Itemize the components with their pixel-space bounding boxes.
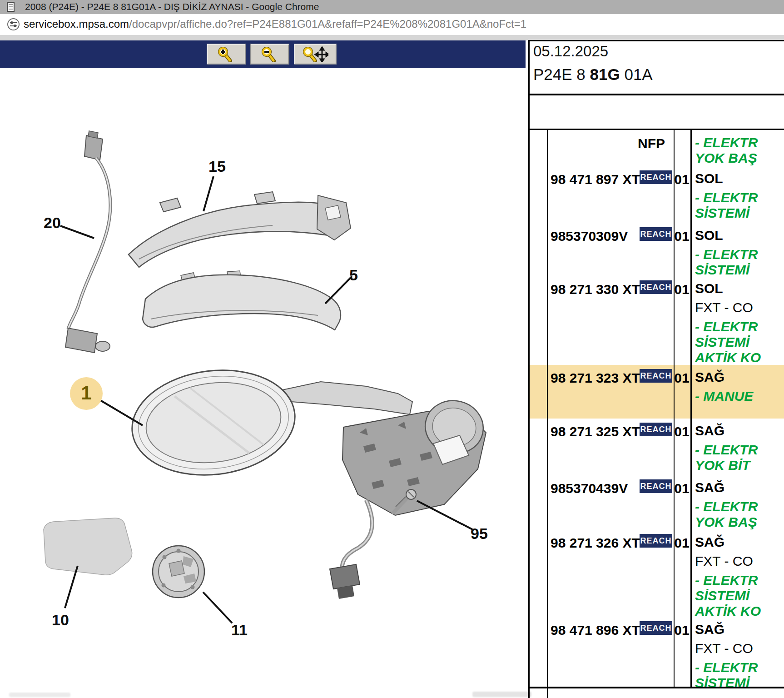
zoom-pan-icon — [302, 46, 328, 62]
table-divider-index — [547, 130, 548, 698]
header-box-border-top — [528, 40, 784, 41]
note-line: SİSTEMİ — [695, 263, 749, 277]
qty-cell: 01 — [673, 535, 690, 551]
zoom-pan-button[interactable] — [294, 44, 337, 65]
part-label-11: 11 — [231, 621, 248, 639]
reach-badge[interactable]: REACH — [640, 621, 672, 635]
part-number: 98 271 330 XT — [551, 282, 640, 297]
reach-badge[interactable]: REACH — [640, 423, 672, 436]
reference-suffix: 01A — [620, 65, 653, 83]
note-line: SİSTEMİ — [695, 206, 749, 220]
reach-badge[interactable]: REACH — [640, 369, 672, 383]
table-border-top — [528, 129, 784, 130]
url-text: servicebox.mpsa.com/docapvpr/affiche.do?… — [24, 18, 526, 30]
mirror-actuator-art — [153, 546, 204, 598]
qty-cell: 01 — [673, 424, 690, 439]
address-bar[interactable]: servicebox.mpsa.com/docapvpr/affiche.do?… — [0, 14, 784, 35]
desc-line: FXT - CO — [695, 554, 753, 568]
part-number: 98 471 896 XT — [551, 623, 640, 638]
table-divider-qty — [674, 130, 675, 687]
desc-line: FXT - CO — [695, 642, 753, 655]
zoom-out-icon — [260, 46, 280, 62]
note-line: - ELEKTR — [695, 320, 758, 334]
table-border-bottom — [528, 687, 784, 688]
note-line: YOK BAŞ — [695, 515, 757, 529]
document-reference: P24E 8 81G 01A — [533, 65, 653, 84]
note-line: - ELEKTR — [695, 248, 758, 261]
mirror-exploded-diagram — [0, 0, 526, 698]
part-number: 98 471 897 XT — [551, 172, 640, 187]
qty-cell: 01 — [673, 282, 690, 297]
site-info-icon[interactable] — [7, 18, 20, 30]
note-line: SİSTEMİ — [695, 335, 749, 349]
part-number: 985370309V — [551, 229, 628, 244]
desc-line: SOL — [695, 229, 723, 242]
part-label-15: 15 — [208, 158, 226, 175]
part-label-5: 5 — [349, 266, 358, 284]
note-line: AKTİK KO — [695, 604, 761, 618]
zoom-out-button[interactable] — [250, 44, 289, 65]
note-line: YOK BİT — [695, 459, 750, 472]
part-label-1: 1 — [70, 377, 103, 410]
viewer-toolbar — [0, 40, 526, 68]
part-label-20: 20 — [44, 214, 61, 232]
desc-line: SAĞ — [695, 623, 724, 636]
part-number: 985370439V — [551, 481, 628, 496]
desc-line: SAĞ — [695, 370, 724, 384]
note-line: - ELEKTR — [695, 661, 758, 674]
qty-cell: 01 — [673, 229, 690, 244]
part-label-10: 10 — [52, 611, 69, 629]
turn-signal-lamp-art — [129, 192, 351, 267]
reach-badge[interactable]: REACH — [640, 227, 672, 241]
note-line: - ELEKTR — [695, 443, 758, 457]
mirror-cap-art — [143, 271, 341, 330]
desc-line: SAĞ — [695, 424, 724, 438]
panel-border-left — [528, 40, 530, 698]
desc-line: FXT - CO — [695, 301, 753, 314]
window-titlebar: 2008 (P24E) - P24E 8 81G01A - DIŞ DİKİZ … — [0, 0, 784, 15]
window-title: 2008 (P24E) - P24E 8 81G01A - DIŞ DİKİZ … — [25, 1, 319, 12]
url-path: /docapvpr/affiche.do?ref=P24E881G01A&ref… — [129, 18, 526, 30]
document-date: 05.12.2025 — [533, 43, 608, 60]
table-divider-desc — [690, 130, 692, 687]
note-line: AKTİK KO — [695, 351, 761, 364]
desc-line: SAĞ — [695, 481, 724, 494]
part-number: 98 271 325 XT — [551, 424, 640, 439]
part-label-95: 95 — [471, 525, 488, 543]
header-box-border-bottom — [528, 94, 784, 95]
note-line: - MANUE — [695, 389, 753, 403]
zoom-in-icon — [216, 46, 236, 62]
desc-line: SOL — [695, 172, 723, 185]
zoom-in-button[interactable] — [207, 44, 246, 65]
document-icon — [7, 2, 15, 12]
cutoff-artifact — [9, 693, 70, 697]
reach-badge[interactable]: REACH — [640, 280, 672, 294]
wire-harness-art — [65, 131, 110, 353]
nfp-tag: NFP — [551, 136, 665, 151]
qty-cell: 01 — [673, 370, 690, 386]
reference-bold: 81G — [590, 65, 620, 83]
qty-cell: 01 — [673, 623, 690, 638]
part-number: 98 271 323 XT — [551, 370, 640, 386]
reference-prefix: P24E 8 — [533, 65, 590, 83]
note-line: - ELEKTR — [695, 136, 758, 150]
note-line: - ELEKTR — [695, 191, 758, 204]
url-domain: servicebox.mpsa.com — [24, 18, 129, 30]
note-line: SİSTEMİ — [695, 589, 749, 603]
reach-badge[interactable]: REACH — [640, 479, 672, 493]
reach-badge[interactable]: REACH — [640, 534, 672, 548]
cutoff-artifact — [472, 692, 531, 697]
note-line: - ELEKTR — [695, 573, 758, 587]
mirror-glass-art — [44, 518, 132, 575]
qty-cell: 01 — [673, 481, 690, 496]
note-line: YOK BAŞ — [695, 151, 757, 165]
reach-badge[interactable]: REACH — [640, 170, 672, 184]
note-line: - ELEKTR — [695, 500, 758, 514]
part-number: 98 271 326 XT — [551, 535, 640, 551]
desc-line: SAĞ — [695, 535, 724, 549]
desc-line: SOL — [695, 282, 723, 295]
qty-cell: 01 — [673, 172, 690, 187]
